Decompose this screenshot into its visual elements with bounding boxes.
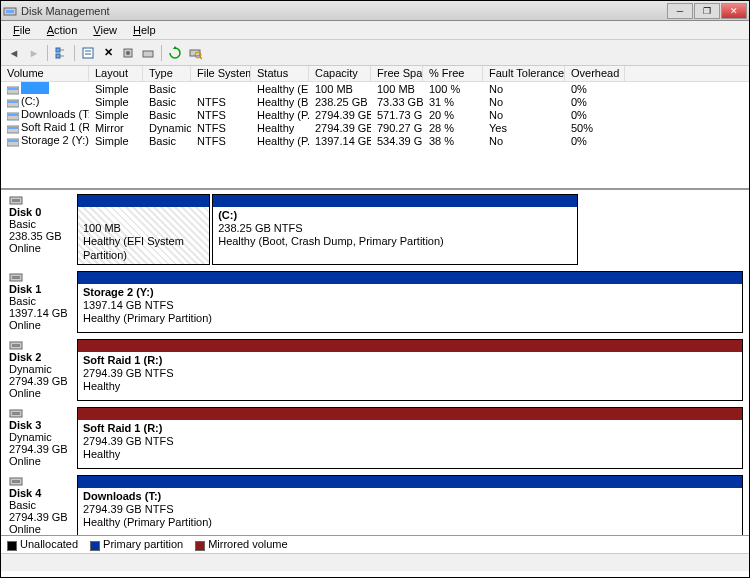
col-layout[interactable]: Layout xyxy=(89,66,143,81)
disk-row[interactable]: Disk 3Dynamic2794.39 GBOnlineSoft Raid 1… xyxy=(7,405,743,469)
disk-label: Disk 1Basic1397.14 GBOnline xyxy=(7,269,77,333)
disk-label: Disk 2Dynamic2794.39 GBOnline xyxy=(7,337,77,401)
disk-label: Disk 4Basic2794.39 GBOnline xyxy=(7,473,77,535)
col-oh[interactable]: Overhead xyxy=(565,66,625,81)
svg-rect-20 xyxy=(8,114,18,116)
col-volume[interactable]: Volume xyxy=(1,66,89,81)
partition[interactable]: Soft Raid 1 (R:)2794.39 GB NTFSHealthy xyxy=(77,407,743,469)
window-title: Disk Management xyxy=(21,5,667,17)
menubar: File Action View Help xyxy=(1,21,749,40)
disk-label: Disk 3Dynamic2794.39 GBOnline xyxy=(7,405,77,469)
volume-list[interactable]: Volume Layout Type File System Status Ca… xyxy=(1,66,749,190)
partition[interactable]: 100 MBHealthy (EFI System Partition) xyxy=(77,194,210,265)
svg-line-14 xyxy=(200,57,202,59)
volume-row[interactable]: Soft Raid 1 (R:)MirrorDynamicNTFSHealthy… xyxy=(1,121,749,134)
svg-rect-28 xyxy=(12,276,20,279)
legend: Unallocated Primary partition Mirrored v… xyxy=(1,535,749,553)
svg-rect-22 xyxy=(8,127,18,129)
col-free[interactable]: Free Spa... xyxy=(371,66,423,81)
col-ft[interactable]: Fault Tolerance xyxy=(483,66,565,81)
maximize-button[interactable]: ❐ xyxy=(694,3,720,19)
svg-rect-32 xyxy=(12,412,20,415)
partition[interactable]: Soft Raid 1 (R:)2794.39 GB NTFSHealthy xyxy=(77,339,743,401)
volume-row[interactable]: (C:)SimpleBasicNTFSHealthy (B...238.25 G… xyxy=(1,95,749,108)
menu-view[interactable]: View xyxy=(85,22,125,38)
statusbar xyxy=(1,553,749,571)
close-button[interactable]: ✕ xyxy=(721,3,747,19)
volume-row[interactable]: SimpleBasicHealthy (E...100 MB100 MB100 … xyxy=(1,82,749,95)
refresh-tree-icon[interactable] xyxy=(52,44,70,62)
disk-row[interactable]: Disk 2Dynamic2794.39 GBOnlineSoft Raid 1… xyxy=(7,337,743,401)
rescan-icon[interactable] xyxy=(186,44,204,62)
disk-row[interactable]: Disk 4Basic2794.39 GBOnlineDownloads (T:… xyxy=(7,473,743,535)
col-capacity[interactable]: Capacity xyxy=(309,66,371,81)
delete-icon[interactable]: ✕ xyxy=(99,44,117,62)
svg-rect-3 xyxy=(56,54,60,58)
col-type[interactable]: Type xyxy=(143,66,191,81)
minimize-button[interactable]: ─ xyxy=(667,3,693,19)
svg-rect-6 xyxy=(83,48,93,58)
volume-header[interactable]: Volume Layout Type File System Status Ca… xyxy=(1,66,749,82)
settings-icon[interactable] xyxy=(119,44,137,62)
svg-rect-2 xyxy=(56,48,60,52)
menu-action[interactable]: Action xyxy=(39,22,86,38)
col-pct[interactable]: % Free xyxy=(423,66,483,81)
svg-rect-34 xyxy=(12,480,20,483)
disk-label: Disk 0Basic238.35 GBOnline xyxy=(7,192,77,265)
partition[interactable]: Downloads (T:)2794.39 GB NTFSHealthy (Pr… xyxy=(77,475,743,535)
disk-graphical-view[interactable]: Disk 0Basic238.35 GBOnline100 MBHealthy … xyxy=(1,190,749,535)
back-button[interactable]: ◄ xyxy=(5,44,23,62)
forward-button[interactable]: ► xyxy=(25,44,43,62)
partition[interactable]: (C:)238.25 GB NTFSHealthy (Boot, Crash D… xyxy=(212,194,578,265)
menu-file[interactable]: File xyxy=(5,22,39,38)
toolbar: ◄ ► ✕ xyxy=(1,40,749,66)
legend-mirror: Mirrored volume xyxy=(195,538,287,550)
legend-unallocated: Unallocated xyxy=(7,538,78,550)
disk-row[interactable]: Disk 0Basic238.35 GBOnline100 MBHealthy … xyxy=(7,192,743,265)
svg-rect-1 xyxy=(6,10,14,13)
action-icon[interactable] xyxy=(139,44,157,62)
properties-icon[interactable] xyxy=(79,44,97,62)
col-status[interactable]: Status xyxy=(251,66,309,81)
volume-row[interactable]: Downloads (T:)SimpleBasicNTFSHealthy (P.… xyxy=(1,108,749,121)
svg-rect-26 xyxy=(12,199,20,202)
legend-primary: Primary partition xyxy=(90,538,183,550)
svg-rect-24 xyxy=(8,140,18,142)
svg-rect-30 xyxy=(12,344,20,347)
col-fs[interactable]: File System xyxy=(191,66,251,81)
app-icon xyxy=(3,4,17,18)
refresh-icon[interactable] xyxy=(166,44,184,62)
volume-row[interactable]: Storage 2 (Y:)SimpleBasicNTFSHealthy (P.… xyxy=(1,134,749,147)
svg-rect-18 xyxy=(8,101,18,103)
svg-point-10 xyxy=(126,51,130,55)
svg-rect-16 xyxy=(8,88,18,90)
menu-help[interactable]: Help xyxy=(125,22,164,38)
partition[interactable]: Storage 2 (Y:)1397.14 GB NTFSHealthy (Pr… xyxy=(77,271,743,333)
svg-rect-11 xyxy=(143,51,153,57)
titlebar[interactable]: Disk Management ─ ❐ ✕ xyxy=(1,1,749,21)
disk-row[interactable]: Disk 1Basic1397.14 GBOnlineStorage 2 (Y:… xyxy=(7,269,743,333)
